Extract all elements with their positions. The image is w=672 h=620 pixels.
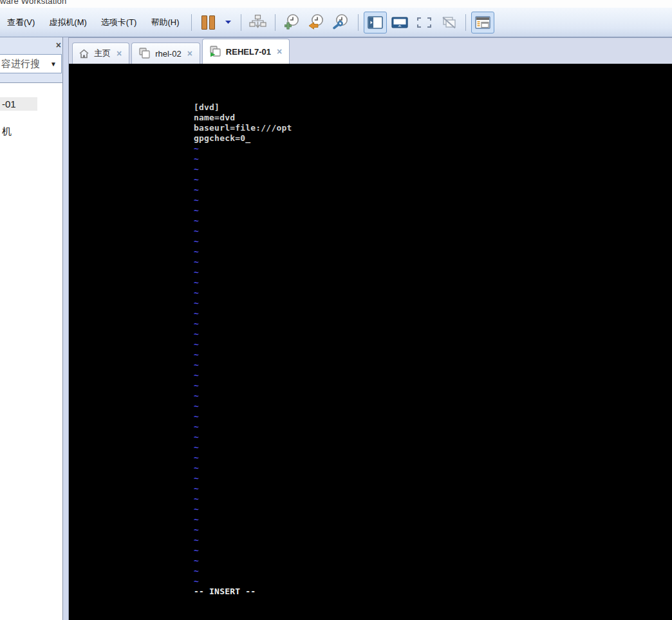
vm-console-screen[interactable]: [dvd] name=dvd baseurl=file:///opt gpgch…	[69, 64, 672, 620]
vim-tilde-row: ~	[194, 514, 292, 525]
vim-tilde-row: ~	[194, 185, 292, 195]
title-bar: ware Workstation	[0, 0, 672, 8]
clock-plus-icon	[283, 14, 301, 31]
vim-tilde-row: ~	[194, 298, 292, 308]
vm-tree-list: -01 机	[0, 82, 62, 620]
vm-icon	[138, 48, 151, 59]
vim-tilde-row: ~	[194, 288, 292, 298]
fullscreen-button[interactable]	[413, 12, 436, 33]
vim-tilde-row: ~	[194, 473, 292, 484]
vim-tilde-row: ~	[194, 453, 292, 463]
vim-tilde-row: ~	[194, 494, 292, 504]
close-icon[interactable]: ×	[56, 41, 61, 50]
sidebar-splitter[interactable]	[62, 37, 69, 620]
terminal-line: name=dvd	[194, 113, 292, 123]
menu-view[interactable]: 查看(V)	[1, 14, 41, 32]
revert-snapshot-button[interactable]	[305, 12, 328, 33]
vim-tilde-row: ~	[194, 401, 292, 411]
vim-tilde-row: ~	[194, 247, 292, 257]
vim-tilde-row: ~	[194, 380, 292, 391]
vim-mode-indicator: -- INSERT --	[194, 587, 292, 597]
suspend-button[interactable]	[197, 12, 220, 33]
vim-tilde-row: ~	[194, 216, 292, 226]
vm-running-icon	[209, 46, 221, 57]
toolbar-separator	[191, 14, 192, 31]
vim-tilde-row: ~	[194, 339, 292, 350]
vim-tilde-row: ~	[194, 391, 292, 401]
fullscreen-brackets-icon	[416, 17, 432, 28]
clock-wrench-icon	[332, 14, 350, 31]
send-ctrl-alt-del-button[interactable]	[247, 12, 270, 33]
tab-label: rhel-02	[155, 49, 181, 59]
library-search-input[interactable]: 容进行搜 ▼	[0, 54, 62, 73]
terminal-line: baseurl=file:///opt	[194, 123, 292, 133]
vm-tree-item-shared[interactable]: 机	[0, 124, 14, 139]
library-sidebar: × 容进行搜 ▼ -01 机	[0, 37, 63, 620]
vim-tilde-row: ~	[194, 154, 292, 164]
close-icon[interactable]: ×	[186, 49, 194, 58]
pause-icon	[201, 15, 215, 30]
console-monitor-icon	[391, 17, 408, 28]
console-view-button[interactable]	[388, 12, 411, 33]
vm-tree-item-rehel7-01[interactable]: -01	[0, 97, 37, 111]
thumbnail-window-icon	[475, 16, 490, 29]
show-thumbnail-bar-button[interactable]	[471, 12, 494, 33]
vim-tilde-row: ~	[194, 164, 292, 174]
toolbar-separator	[275, 14, 275, 31]
snapshot-manager-button[interactable]	[330, 12, 353, 33]
vim-tilde-row: ~	[194, 576, 292, 587]
vim-tilde-row: ~	[194, 267, 292, 277]
vim-tilde-row: ~	[194, 432, 292, 442]
toolbar-separator	[465, 14, 466, 31]
vim-tilde-row: ~	[194, 174, 292, 185]
terminal-line: [dvd]	[194, 102, 292, 113]
vim-tilde-row: ~	[194, 205, 292, 216]
tab-rehel7-01[interactable]: REHEL7-01 ×	[202, 39, 290, 64]
vim-tilde-row: ~	[194, 370, 292, 380]
vim-tilde-row: ~	[194, 504, 292, 514]
vim-tilde-row: ~	[194, 411, 292, 422]
vim-tilde-row: ~	[194, 422, 292, 432]
suspend-dropdown-button[interactable]	[221, 12, 236, 33]
show-library-button[interactable]	[364, 12, 387, 33]
vim-tilde-row: ~	[194, 195, 292, 205]
tab-rhel-02[interactable]: rhel-02 ×	[131, 42, 200, 64]
take-snapshot-button[interactable]	[281, 12, 304, 33]
menu-toolbar: 查看(V) 虚拟机(M) 选项卡(T) 帮助(H)	[0, 8, 672, 37]
unity-slash-icon	[441, 16, 456, 29]
menu-tabs[interactable]: 选项卡(T)	[95, 14, 144, 32]
vim-tilde-row: ~	[194, 144, 292, 154]
vim-tilde-row: ~	[194, 463, 292, 473]
home-icon	[79, 49, 89, 59]
tab-label: 主页	[94, 48, 111, 59]
toolbar-separator	[358, 14, 359, 31]
search-text: 容进行搜	[0, 58, 50, 70]
close-icon[interactable]: ×	[115, 49, 123, 58]
vim-tilde-row: ~	[194, 308, 292, 319]
vim-tilde-row: ~	[194, 350, 292, 360]
menu-help[interactable]: 帮助(H)	[144, 14, 185, 32]
menu-vm[interactable]: 虚拟机(M)	[42, 14, 93, 32]
vim-tilde-row: ~	[194, 566, 292, 576]
vmware-workstation-window: ware Workstation 查看(V) 虚拟机(M) 选项卡(T) 帮助(…	[0, 0, 672, 620]
chevron-down-icon[interactable]: ▼	[50, 61, 61, 68]
clock-back-arrow-icon	[308, 14, 326, 31]
text-cursor: _	[245, 133, 250, 143]
vim-terminal: [dvd] name=dvd baseurl=file:///opt gpgch…	[194, 102, 292, 597]
vim-tilde-row: ~	[194, 545, 292, 556]
tab-label: REHEL7-01	[226, 47, 271, 57]
vim-tilde-row: ~	[194, 236, 292, 247]
vim-tilde-row: ~	[194, 442, 292, 453]
vim-tilde-row: ~	[194, 329, 292, 339]
unity-mode-button[interactable]	[437, 12, 460, 33]
library-panel-icon	[368, 16, 383, 29]
vim-tilde-row: ~	[194, 257, 292, 267]
close-icon[interactable]: ×	[275, 47, 283, 56]
tab-home[interactable]: 主页 ×	[72, 42, 129, 64]
vim-tilde-row: ~	[194, 525, 292, 535]
terminal-line-with-cursor: gpgcheck=0_	[194, 133, 292, 144]
vim-tilde-row: ~	[194, 277, 292, 288]
window-title: ware Workstation	[0, 0, 672, 6]
tab-bar: 主页 × rhel-02 × REHEL7-01 ×	[0, 37, 672, 64]
vim-tilde-row: ~	[194, 535, 292, 545]
